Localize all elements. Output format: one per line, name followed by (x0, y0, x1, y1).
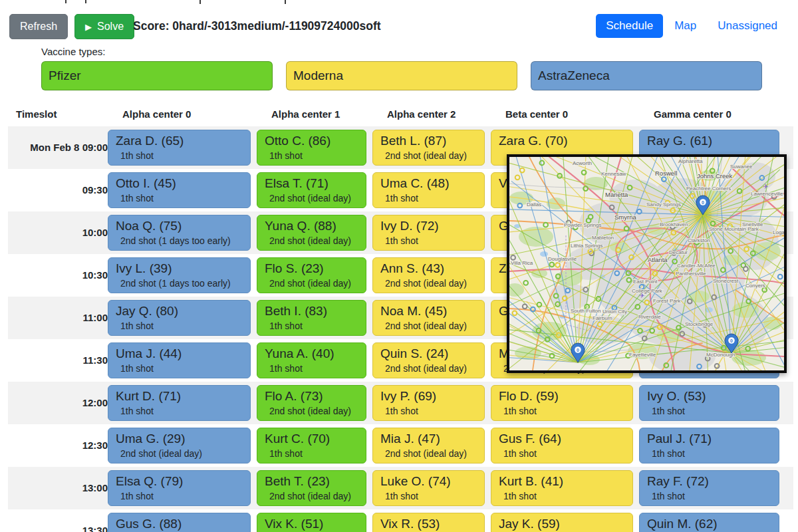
clipped-text-fragment (85, 0, 86, 3)
patient-name: Beth L. (87) (380, 132, 480, 149)
solve-button[interactable]: ▶ Solve (74, 14, 134, 39)
map-city-label: Brookhaven (660, 221, 688, 227)
appointment-card[interactable]: Ivy D. (72)1th shot (372, 215, 485, 251)
appointment-card[interactable]: Otto C. (86)1th shot (257, 130, 366, 166)
vaccine-type-moderna: Moderna (286, 61, 517, 90)
timeslot-label: 10:30 (8, 254, 108, 297)
schedule-cell: Yuna A. (40)1th shot (257, 339, 372, 382)
patient-name: Ray G. (61) (647, 132, 775, 149)
schedule-cell: Otto I. (45)1th shot (108, 169, 257, 211)
map-city-label: Marietta (605, 191, 628, 198)
appointment-card[interactable]: Kurt B. (41)1th shot (491, 470, 633, 506)
appointment-card[interactable]: Quin S. (24)2nd shot (ideal day) (372, 342, 485, 378)
appointment-card[interactable]: Kurt D. (71)1th shot (108, 385, 251, 421)
appointment-card[interactable]: Elsa Q. (79)1th shot (108, 470, 251, 506)
map-canvas: AcworthKennesawAlpharettaSuwaneeRoswellJ… (509, 157, 784, 370)
patient-name: Paul J. (71) (647, 430, 775, 447)
map-city-label: Kennesaw (601, 171, 626, 177)
schedule-cell: Ivy O. (53)1th shot (639, 382, 785, 424)
appointment-card[interactable]: Elsa T. (71)2nd shot (ideal day) (257, 172, 366, 208)
appointment-card[interactable]: Zara D. (65)1th shot (108, 130, 251, 166)
appointment-card[interactable]: Beth L. (87)2nd shot (ideal day) (372, 130, 485, 166)
appointment-card[interactable]: Gus G. (88) (108, 513, 251, 532)
map-city-label: Stockbridge (685, 321, 714, 327)
tab-map[interactable]: Map (664, 14, 706, 38)
appointment-card[interactable]: Jay K. (59) (491, 513, 633, 532)
map-city-label: Decatur (669, 249, 688, 255)
appointment-card[interactable]: Kurt C. (70)1th shot (257, 428, 366, 464)
vaccine-type-astrazeneca: AstraZeneca (531, 61, 762, 90)
appointment-card[interactable]: Jay Q. (80)1th shot (108, 300, 251, 336)
appointment-card[interactable]: Ivy L. (39)2nd shot (1 days too early) (108, 257, 251, 293)
appointment-card[interactable]: Vix R. (53) (372, 513, 485, 532)
appointment-card[interactable]: Ray F. (72)1th shot (639, 470, 779, 506)
shot-info: 1th shot (380, 234, 480, 247)
appointment-card[interactable]: Mia J. (47)2nd shot (ideal day) (372, 428, 485, 464)
appointment-card[interactable]: Flo A. (73)2nd shot (ideal day) (257, 385, 366, 421)
airport-icon: ✈ (763, 183, 768, 190)
shot-info: 1th shot (116, 319, 246, 332)
appointment-card[interactable]: Flo D. (59)1th shot (491, 385, 633, 421)
appointment-card[interactable]: Ivy O. (53)1th shot (639, 385, 779, 421)
shot-info: 2nd shot (ideal day) (380, 277, 480, 290)
appointment-card[interactable]: Vix K. (51) (257, 513, 366, 532)
patient-name: Zara D. (65) (116, 132, 246, 149)
patient-name: Ivy L. (39) (116, 260, 246, 277)
appointment-card[interactable]: Noa Q. (75)2nd shot (1 days too early) (108, 215, 251, 251)
solve-button-label: Solve (97, 21, 124, 33)
patient-name: Zara G. (70) (499, 132, 628, 149)
appointment-card[interactable]: Uma C. (48)1th shot (372, 172, 485, 208)
airport-icon: ✈ (639, 292, 644, 299)
patient-name: Vix K. (51) (265, 515, 362, 532)
clipped-text-fragment (200, 0, 201, 4)
schedule-cell: Flo S. (23)2nd shot (ideal day) (257, 254, 372, 297)
shot-info: 2nd shot (1 days too early) (116, 234, 246, 247)
timeslot-label: Mon Feb 8 09:00 (8, 126, 108, 169)
appointment-card[interactable]: Otto I. (45)1th shot (108, 172, 251, 208)
appointment-card[interactable]: Uma G. (29)2nd shot (ideal day) (108, 428, 251, 464)
appointment-card[interactable]: Luke O. (74)1th shot (372, 470, 485, 506)
timeslot-label: 12:30 (8, 424, 108, 467)
map-city-label: East Point (633, 279, 658, 285)
map-city-label: Lithia Springs (571, 243, 602, 249)
appointment-card[interactable]: Flo S. (23)2nd shot (ideal day) (257, 257, 366, 293)
shot-info: 1th shot (116, 149, 246, 162)
schedule-cell: Paul J. (71)1th shot (639, 424, 785, 467)
appointment-card[interactable]: Beth T. (23)2nd shot (ideal day) (257, 470, 366, 506)
timeslot-label: 13:00 (8, 467, 108, 509)
patient-name: Ray F. (72) (647, 473, 775, 489)
appointment-card[interactable]: Beth I. (83)1th shot (257, 300, 366, 336)
tab-schedule[interactable]: Schedule (596, 14, 663, 38)
map-city-label: Peachtree Corners (686, 186, 731, 192)
appointment-card[interactable]: Ivy P. (69)1th shot (372, 385, 485, 421)
schedule-cell: Jay K. (59) (491, 509, 639, 532)
patient-name: Beth I. (83) (265, 303, 362, 319)
appointment-card[interactable]: Quin M. (62) (639, 513, 779, 532)
shot-info: 1th shot (116, 404, 246, 418)
map-city-label: Acworth (573, 160, 592, 166)
map-city-label: College Park (632, 288, 663, 294)
refresh-button[interactable]: Refresh (9, 14, 68, 39)
appointment-card[interactable]: Ann S. (43)2nd shot (ideal day) (372, 257, 485, 293)
shot-info: 1th shot (499, 447, 628, 460)
table-row: 12:00 Kurt D. (71)1th shotFlo A. (73)2nd… (8, 382, 793, 424)
patient-name: Noa Q. (75) (116, 217, 246, 234)
schedule-cell: Ray F. (72)1th shot (639, 467, 785, 509)
tab-unassigned[interactable]: Unassigned (708, 14, 787, 38)
patient-name: Vix R. (53) (380, 515, 480, 532)
patient-name: Ivy P. (69) (380, 388, 480, 404)
map-city-label: Suwanee (730, 164, 753, 170)
schedule-cell: Elsa Q. (79)1th shot (108, 467, 257, 509)
appointment-card[interactable]: Yuna Q. (88)2nd shot (ideal day) (257, 215, 366, 251)
appointment-card[interactable]: Noa M. (45)2nd shot (ideal day) (372, 300, 485, 336)
toolbar: Refresh ▶ Solve (9, 14, 134, 39)
appointment-card[interactable]: Paul J. (71)1th shot (639, 428, 779, 464)
clipped-text-fragment (65, 0, 66, 3)
map-overlay[interactable]: AcworthKennesawAlpharettaSuwaneeRoswellJ… (507, 154, 787, 373)
appointment-card[interactable]: Uma J. (44)1th shot (108, 342, 251, 378)
schedule-cell: Kurt D. (71)1th shot (108, 382, 257, 424)
appointment-card[interactable]: Yuna A. (40)1th shot (257, 342, 366, 378)
column-header-alpha-2: Alpha center 2 (380, 102, 499, 126)
appointment-card[interactable]: Gus F. (64)1th shot (491, 428, 633, 464)
timeslot-label: 11:30 (8, 339, 108, 382)
